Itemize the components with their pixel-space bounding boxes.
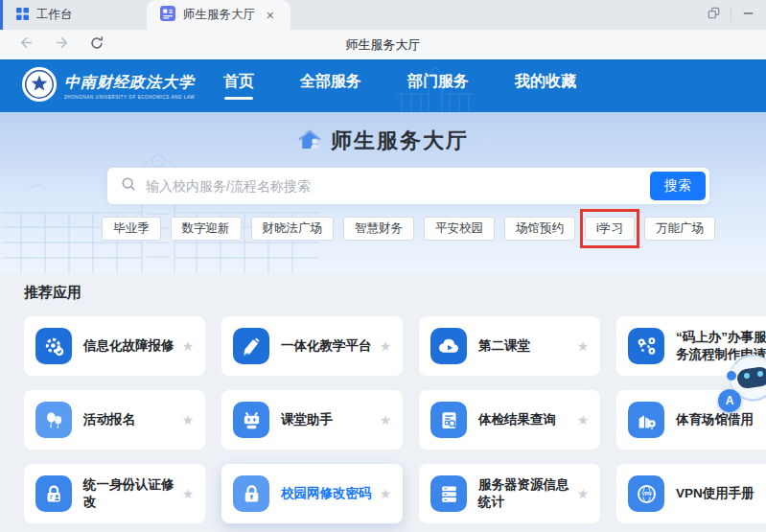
app-card-it-repair[interactable]: 信息化故障报修 <box>24 316 205 376</box>
stadium-pin-icon <box>628 402 664 438</box>
favorite-star-icon[interactable] <box>575 338 591 354</box>
app-card-second-classroom[interactable]: 第二课堂 <box>419 316 600 376</box>
browser-tab-bar: 工作台 师生服务大厅 × <box>0 0 766 30</box>
section-title: 推荐应用 <box>24 284 766 302</box>
tab-label: 师生服务大厅 <box>183 7 256 23</box>
quick-link-ilearning[interactable]: i学习 <box>585 217 635 241</box>
quick-link-caixiaofa-plaza[interactable]: 财晓法广场 <box>251 217 335 241</box>
favorite-star-icon[interactable] <box>180 338 196 354</box>
report-search-icon <box>430 402 467 438</box>
favorite-star-icon[interactable] <box>575 412 591 428</box>
search-bar: 搜索 <box>107 168 709 204</box>
app-card-identity-auth-change[interactable]: 统一身份认证修改 <box>24 464 205 523</box>
vpn-globe-icon: VPN <box>628 475 664 512</box>
favorite-star-icon[interactable] <box>575 486 591 501</box>
svg-text:VPN: VPN <box>641 492 651 497</box>
search-icon <box>120 175 137 197</box>
gear-repair-icon <box>35 328 72 364</box>
quick-link-venue-booking[interactable]: 场馆预约 <box>504 217 575 241</box>
app-card-server-resource-stats[interactable]: 服务器资源信息统计 <box>419 464 600 523</box>
home-people-icon <box>297 127 323 155</box>
quick-link-smart-finance[interactable]: 智慧财务 <box>343 217 414 241</box>
tab-service-hall[interactable]: 师生服务大厅 × <box>147 0 290 30</box>
cloud-play-icon <box>430 328 467 364</box>
close-icon[interactable]: × <box>264 8 277 23</box>
app-card-teaching-platform[interactable]: 一体化教学平台 <box>221 316 403 376</box>
window-controls <box>706 0 756 30</box>
quick-link-universal-plaza[interactable]: 万能广场 <box>644 217 715 241</box>
app-card-activity-signup[interactable]: 活动报名 <box>24 390 205 450</box>
flow-icon <box>628 328 664 364</box>
browser-toolbar: 师生服务大厅 <box>0 30 766 59</box>
search-input[interactable] <box>146 178 650 194</box>
balloons-icon <box>35 402 72 438</box>
tab-workbench[interactable]: 工作台 <box>3 0 147 30</box>
lock-user-icon <box>35 475 72 512</box>
hall-title-text: 师生服务大厅 <box>331 127 469 155</box>
app-card-classroom-assistant[interactable]: 课堂助手 <box>221 390 403 450</box>
grid-icon <box>16 8 29 23</box>
quick-link-digital-welcome[interactable]: 数字迎新 <box>171 217 242 241</box>
assistant-chat-bubble[interactable]: A <box>718 389 741 412</box>
app-grid: 信息化故障报修 一体化教学平台 第二课堂 “码上办”办事服务流程制作申请 <box>24 316 766 523</box>
pen-icon <box>233 328 269 364</box>
refresh-icon[interactable] <box>88 35 105 56</box>
nav-item-all-services[interactable]: 全部服务 <box>298 66 363 105</box>
nav-item-my-favorites[interactable]: 我的收藏 <box>513 66 578 105</box>
university-name: 中南财经政法大学 <box>64 73 195 93</box>
service-hall-window: 工作台 师生服务大厅 × 师生服务大厅 中南财经政法大学 ZHONGNAN UN <box>0 0 766 532</box>
favorite-star-icon[interactable] <box>378 486 393 501</box>
controls-divider <box>731 8 731 22</box>
favorite-star-icon[interactable] <box>378 412 393 428</box>
site-navbar: 中南财经政法大学 ZHONGNAN UNIVERSITY OF ECONOMIC… <box>0 59 766 112</box>
app-card-campus-network-password[interactable]: 校园网修改密码 <box>221 464 403 523</box>
favorite-star-icon[interactable] <box>180 486 196 501</box>
app-window-icon <box>160 6 175 24</box>
hall-title: 师生服务大厅 <box>0 112 766 155</box>
lock-icon <box>233 475 269 512</box>
quick-link-safe-campus[interactable]: 平安校园 <box>424 217 495 241</box>
recommended-apps-section: 推荐应用 信息化故障报修 一体化教学平台 第二课堂 “码上办”办事服务流程制作申… <box>0 273 766 532</box>
nav-item-home[interactable]: 首页 <box>221 66 256 105</box>
quick-links: 毕业季 数字迎新 财晓法广场 智慧财务 平安校园 场馆预约 i学习 万能广场 <box>107 217 709 241</box>
hero-banner: 师生服务大厅 搜索 毕业季 数字迎新 财晓法广场 智慧财务 平安校园 场馆预约 … <box>0 112 766 273</box>
favorite-star-icon[interactable] <box>180 412 196 428</box>
search-button[interactable]: 搜索 <box>650 172 706 200</box>
page-title: 师生服务大厅 <box>0 36 766 54</box>
university-name-english: ZHONGNAN UNIVERSITY OF ECONOMICS AND LAW <box>64 95 195 100</box>
nav-menu: 首页 全部服务 部门服务 我的收藏 <box>221 66 578 105</box>
forward-icon[interactable] <box>53 34 71 56</box>
robot-face-icon <box>233 402 269 438</box>
university-logo: 中南财经政法大学 ZHONGNAN UNIVERSITY OF ECONOMIC… <box>21 66 195 106</box>
favorite-star-icon[interactable] <box>378 338 393 354</box>
new-window-icon[interactable] <box>706 5 722 25</box>
nav-item-department-services[interactable]: 部门服务 <box>406 66 471 105</box>
app-card-health-check-results[interactable]: 体检结果查询 <box>419 390 600 450</box>
university-seal-icon <box>21 66 58 106</box>
quick-link-graduation[interactable]: 毕业季 <box>102 217 161 241</box>
tab-label: 工作台 <box>36 7 133 23</box>
back-icon[interactable] <box>17 34 35 56</box>
server-icon <box>430 475 467 512</box>
app-card-vpn-manual[interactable]: VPN VPN使用手册 <box>616 464 766 523</box>
minimize-icon[interactable] <box>740 5 756 25</box>
